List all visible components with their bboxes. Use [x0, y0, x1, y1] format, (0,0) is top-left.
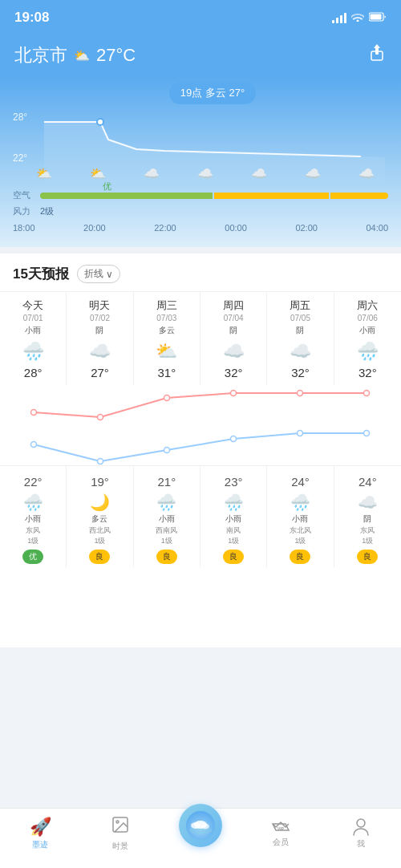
hourly-icon-4: ☁️ — [197, 166, 213, 181]
nav-center[interactable] — [160, 820, 241, 847]
forecast-header: 15天预报 折线 ∨ — [0, 265, 401, 291]
status-icons — [332, 11, 387, 24]
svg-point-13 — [98, 459, 103, 464]
forecast-section: 15天预报 折线 ∨ 今天 07/01 小雨 🌧️ 28° 明天 07/02 阴… — [0, 254, 401, 647]
home-icon: 🚀 — [30, 817, 51, 838]
svg-rect-1 — [371, 14, 382, 20]
nav-item-home[interactable]: 🚀 墨迹 — [0, 817, 80, 850]
status-time: 19:08 — [14, 10, 49, 26]
svg-point-8 — [164, 395, 170, 401]
forecast-col-3: 周三 07/03 多云 ⛅ 31° — [134, 292, 200, 385]
header: 北京市 ⛅ 27°C — [0, 35, 401, 77]
vip-icon: VIP — [271, 819, 290, 835]
svg-point-26 — [357, 819, 365, 827]
svg-point-9 — [231, 391, 237, 396]
time-tick-2: 20:00 — [83, 223, 106, 233]
temp-line-chart — [0, 385, 401, 425]
forecast-low-1: 22° 🌧️ 小雨 东风 1级 优 — [0, 466, 67, 567]
time-tick-5: 02:00 — [295, 223, 318, 233]
time-axis: 18:00 20:00 22:00 00:00 02:00 04:00 — [0, 220, 401, 239]
svg-point-16 — [298, 431, 303, 436]
tooltip-bubble: 19点 多云 27° — [169, 82, 256, 104]
nav-item-vip[interactable]: VIP 会员 — [241, 819, 321, 848]
nav-me-label: 我 — [357, 838, 365, 850]
svg-point-5 — [97, 119, 103, 125]
svg-point-6 — [31, 410, 37, 416]
forecast-title: 15天预报 — [13, 265, 69, 283]
forecast-col-2: 明天 07/02 阴 ☁️ 27° — [67, 292, 133, 385]
section-divider — [0, 247, 401, 254]
hourly-icon-1: ⛅ — [36, 166, 52, 181]
svg-text:VIP: VIP — [277, 826, 285, 831]
temp-low-line-chart — [0, 425, 401, 465]
hourly-icon-6: ☁️ — [305, 166, 321, 181]
hourly-icon-5: ☁️ — [251, 166, 267, 181]
wind-row: 风力 2级 — [0, 203, 401, 220]
nav-item-me[interactable]: 我 — [321, 817, 401, 850]
forecast-col-5: 周五 07/05 阴 ☁️ 32° — [267, 292, 334, 385]
wind-value: 2级 — [40, 205, 54, 217]
svg-point-17 — [364, 431, 370, 436]
weather-icon-header: ⛅ — [74, 48, 90, 63]
svg-point-7 — [98, 415, 103, 420]
forecast-low-3: 21° 🌧️ 小雨 西南风 1级 良 — [134, 466, 200, 567]
header-left: 北京市 ⛅ 27°C — [14, 43, 136, 67]
sky-image — [186, 811, 215, 840]
forecast-low-5: 24° 🌧️ 小雨 东北风 1级 良 — [267, 466, 334, 567]
svg-point-14 — [164, 448, 170, 453]
signal-icon — [332, 12, 346, 23]
air-bar-wrapper: 优 — [40, 193, 388, 199]
nav-scenes-label: 时景 — [112, 841, 128, 852]
nav-item-scenes[interactable]: 时景 — [80, 815, 160, 852]
forecast-low-2: 19° 🌙 多云 西北风 1级 良 — [67, 466, 133, 567]
scenes-icon — [111, 815, 130, 839]
svg-point-15 — [231, 436, 237, 442]
me-icon — [352, 817, 370, 837]
air-label: 空气 — [13, 189, 35, 201]
air-quality-row: 空气 优 — [0, 188, 401, 203]
forecast-col-4: 周四 07/04 阴 ☁️ 32° — [200, 292, 267, 385]
temp-low-label: 22° — [13, 152, 27, 164]
center-camera-button[interactable] — [179, 804, 222, 847]
forecast-grid: 今天 07/01 小雨 🌧️ 28° 明天 07/02 阴 ☁️ 27° 周三 … — [0, 291, 401, 385]
time-tick-1: 18:00 — [13, 223, 35, 233]
bottom-nav: 🚀 墨迹 时景 — [0, 808, 401, 868]
forecast-low-grid: 22° 🌧️ 小雨 东风 1级 优 19° 🌙 多云 西北风 1级 良 21° … — [0, 465, 401, 567]
header-temp: 27°C — [96, 45, 136, 66]
time-tick-4: 00:00 — [225, 223, 247, 233]
wind-label: 风力 — [13, 205, 35, 217]
hourly-chart-section: 19点 多云 27° 28° 22° ⛅ — [0, 77, 401, 247]
temp-high-label: 28° — [13, 112, 27, 123]
share-button[interactable] — [367, 43, 387, 67]
hourly-icon-2: ⛅ — [90, 166, 106, 181]
wifi-icon — [351, 11, 364, 24]
time-tick-3: 22:00 — [154, 223, 176, 233]
air-quality-text: 优 — [103, 180, 111, 193]
hourly-icon-3: ☁️ — [144, 166, 160, 181]
svg-point-10 — [298, 391, 303, 396]
svg-point-19 — [116, 821, 119, 823]
forecast-low-4: 23° 🌧️ 小雨 南风 1级 良 — [200, 466, 267, 567]
city-name: 北京市 — [14, 43, 67, 67]
chart-toggle-button[interactable]: 折线 ∨ — [77, 265, 120, 283]
forecast-col-1: 今天 07/01 小雨 🌧️ 28° — [0, 292, 67, 385]
battery-icon — [369, 11, 387, 24]
svg-point-11 — [364, 391, 370, 396]
svg-point-12 — [31, 442, 37, 448]
forecast-col-6: 周六 07/06 小雨 🌧️ 32° — [334, 292, 401, 385]
forecast-low-6: 24° ☁️ 阴 东风 1级 良 — [334, 466, 401, 567]
time-tick-6: 04:00 — [366, 223, 388, 233]
hourly-icon-7: ☁️ — [358, 166, 375, 181]
nav-home-label: 墨迹 — [32, 839, 48, 850]
status-bar: 19:08 — [0, 0, 401, 35]
svg-point-24 — [201, 824, 209, 829]
nav-vip-label: 会员 — [273, 837, 289, 848]
